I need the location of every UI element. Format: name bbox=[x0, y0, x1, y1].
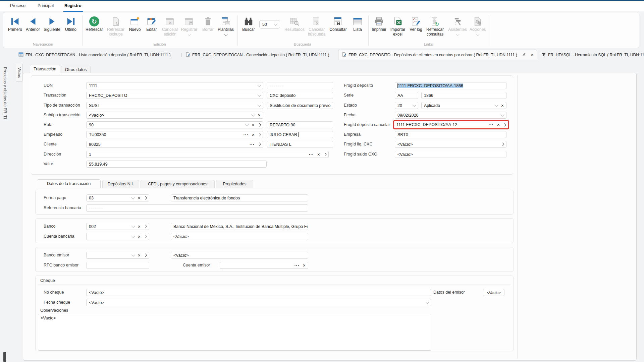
ver-log-button[interactable]: ✓✓ Ver log bbox=[408, 15, 424, 32]
estado-descripcion-combo[interactable]: Aplicado × bbox=[421, 102, 506, 109]
tipo-transaccion-combo[interactable]: SUST bbox=[86, 102, 263, 109]
sidebar-panel-procesos[interactable]: Procesos y objetos de FR_TI bbox=[3, 67, 7, 119]
search-page-size-select[interactable]: 50 bbox=[259, 20, 280, 28]
plantillas-button[interactable]: Plantillas bbox=[216, 15, 236, 36]
clear-icon[interactable]: × bbox=[317, 152, 320, 157]
chevron-down-icon[interactable] bbox=[131, 224, 135, 228]
goto-icon[interactable] bbox=[144, 196, 147, 200]
lookup-ellipsis-icon[interactable]: ··· bbox=[294, 263, 300, 267]
ultimo-button[interactable]: Ultimo bbox=[61, 15, 80, 32]
pin-icon[interactable] bbox=[522, 52, 526, 58]
clear-icon[interactable]: × bbox=[303, 263, 306, 268]
goto-icon[interactable] bbox=[144, 254, 147, 257]
importar-excel-button[interactable]: Importar excel bbox=[388, 15, 408, 37]
imprimir-button[interactable]: Imprimir bbox=[370, 15, 388, 32]
chevron-down-icon[interactable] bbox=[494, 103, 498, 107]
clear-icon[interactable]: × bbox=[138, 253, 141, 258]
lista-button[interactable]: Lista bbox=[350, 15, 366, 32]
direccion-field[interactable]: 1 ··· × bbox=[86, 151, 329, 158]
udn-combo[interactable]: 1111 bbox=[86, 82, 263, 89]
chevron-down-icon[interactable] bbox=[425, 300, 429, 304]
fecha-cheque-datepicker[interactable]: <Vacío> bbox=[86, 299, 431, 306]
chevron-down-icon[interactable] bbox=[245, 122, 249, 126]
chevron-down-icon[interactable] bbox=[131, 195, 135, 199]
menu-principal[interactable]: Principal bbox=[38, 3, 54, 8]
referencia-bancaria-field[interactable]: ······· bbox=[86, 204, 308, 212]
datos-del-emisor-button[interactable]: <Vacío> bbox=[483, 289, 504, 296]
clear-icon[interactable]: × bbox=[138, 234, 141, 239]
chevron-down-icon[interactable] bbox=[131, 234, 135, 238]
buscar-button[interactable]: Buscar bbox=[239, 15, 258, 32]
chevron-down-icon[interactable] bbox=[257, 103, 261, 107]
no-cheque-field[interactable]: <Vacío> bbox=[86, 289, 431, 296]
goto-icon[interactable] bbox=[323, 153, 327, 156]
tab-propiedades[interactable]: Propiedades bbox=[216, 180, 253, 188]
observaciones-textarea[interactable]: <Vacío> bbox=[38, 314, 431, 351]
clear-icon[interactable]: × bbox=[252, 132, 255, 137]
cliente-field[interactable]: 90325 ··· bbox=[86, 141, 263, 148]
goto-icon[interactable] bbox=[501, 143, 504, 146]
subtipo-transaccion-combo[interactable]: <Vacío> × bbox=[86, 112, 263, 119]
banco-emisor-combo[interactable]: × bbox=[86, 252, 149, 259]
primero-button[interactable]: Primero bbox=[5, 15, 25, 32]
fecha-datepicker[interactable]: 09/02/2026 bbox=[395, 112, 506, 119]
sidebar-tab-vistas[interactable]: Vistas bbox=[16, 64, 23, 82]
chevron-down-icon[interactable] bbox=[257, 93, 261, 97]
empresa-field[interactable]: SBTX bbox=[395, 131, 506, 138]
serie-numero-field[interactable]: 1866 bbox=[421, 92, 506, 99]
refrescar-button[interactable]: ↻ Refrescar bbox=[84, 15, 105, 32]
doc-tab-depositos-clientes[interactable]: FRR_CXC_DEPOSITO - Depósitos de clientes… bbox=[338, 50, 537, 60]
menu-proceso[interactable]: Proceso bbox=[10, 3, 25, 8]
chevron-down-icon[interactable] bbox=[251, 113, 255, 116]
lookup-ellipsis-icon[interactable]: ··· bbox=[244, 133, 249, 137]
frogid-cancelar-field[interactable]: 1111 FRCXC_DEPOSITO/AA-12 ··· × bbox=[393, 120, 509, 129]
chevron-down-icon[interactable] bbox=[500, 113, 504, 116]
doc-tab-cancelacion-deposito[interactable]: FRR_CXC_DEPOSITOCAN - Cancelación deposi… bbox=[185, 51, 329, 59]
clear-icon[interactable]: × bbox=[497, 122, 500, 127]
frogid-liq-field[interactable]: <Vacío> bbox=[395, 141, 506, 148]
nuevo-button[interactable]: Nuevo bbox=[126, 15, 143, 32]
goto-icon[interactable] bbox=[258, 143, 261, 146]
ruta-combo[interactable]: 90 × bbox=[86, 121, 263, 128]
clear-icon[interactable]: × bbox=[138, 224, 141, 229]
close-icon[interactable]: × bbox=[531, 52, 534, 57]
tab-transaccion[interactable]: Transacción bbox=[30, 65, 60, 73]
menu-registro[interactable]: Registro bbox=[64, 3, 82, 8]
editar-button[interactable]: Editar bbox=[143, 15, 160, 32]
cuenta-emisor-field[interactable]: ··· × bbox=[220, 262, 308, 269]
chevron-down-icon[interactable] bbox=[412, 103, 416, 107]
tab-otros-datos[interactable]: Otros datos bbox=[61, 66, 91, 73]
clear-icon[interactable]: × bbox=[501, 103, 504, 108]
refrescar-consultas-button[interactable]: ↻ Refrescar consultas bbox=[424, 15, 446, 37]
cuenta-bancaria-combo[interactable]: × bbox=[86, 233, 149, 240]
clear-icon[interactable]: × bbox=[258, 113, 261, 118]
siguiente-button[interactable]: Siguiente bbox=[42, 15, 62, 32]
estado-combo[interactable]: 20 bbox=[395, 102, 418, 109]
doc-tab-herramienta-sql[interactable]: FR_HTASQL - Herramienta SQL ( Rol:FR_TI,… bbox=[541, 51, 644, 59]
chevron-down-icon[interactable] bbox=[257, 83, 261, 87]
rfc-banco-emisor-field[interactable] bbox=[86, 262, 149, 269]
empleado-field[interactable]: TU00350 ··· × bbox=[86, 131, 263, 138]
goto-icon[interactable] bbox=[258, 133, 261, 136]
frogid-deposito-field[interactable]: 1111 FRCXC_DEPOSITO/AA-1866 bbox=[395, 82, 506, 89]
goto-icon[interactable] bbox=[144, 225, 147, 228]
goto-icon[interactable] bbox=[144, 235, 147, 238]
scrollbar-thumb[interactable] bbox=[3, 352, 6, 362]
tab-datos-transaccion[interactable]: Datos de la transacción bbox=[37, 179, 101, 188]
clear-icon[interactable]: × bbox=[138, 196, 141, 200]
lookup-ellipsis-icon[interactable]: ··· bbox=[250, 142, 255, 146]
clear-icon[interactable]: × bbox=[252, 123, 255, 127]
doc-tab-lista-cancelacion[interactable]: FRL_CXC_DEPOSITOCAN - Lista cancelación … bbox=[18, 51, 171, 59]
goto-icon[interactable] bbox=[503, 123, 506, 126]
anterior-button[interactable]: Anterior bbox=[23, 15, 43, 32]
chevron-down-icon[interactable] bbox=[131, 253, 135, 256]
banco-combo[interactable]: 002 × bbox=[86, 223, 149, 230]
lookup-ellipsis-icon[interactable]: ··· bbox=[489, 123, 494, 127]
tab-depositos-ni[interactable]: Depósitos N.I. bbox=[102, 180, 139, 188]
goto-icon[interactable] bbox=[258, 123, 261, 127]
consultar-button[interactable]: Consultar bbox=[328, 15, 348, 32]
serie-field[interactable]: AA bbox=[395, 92, 418, 99]
tab-cfdi-pagos[interactable]: CFDI, pagos y compensaciones bbox=[141, 180, 215, 188]
valor-field[interactable]: $5,819.49 bbox=[86, 161, 267, 168]
transaccion-combo[interactable]: FRCXC_DEPOSITO bbox=[86, 92, 263, 99]
